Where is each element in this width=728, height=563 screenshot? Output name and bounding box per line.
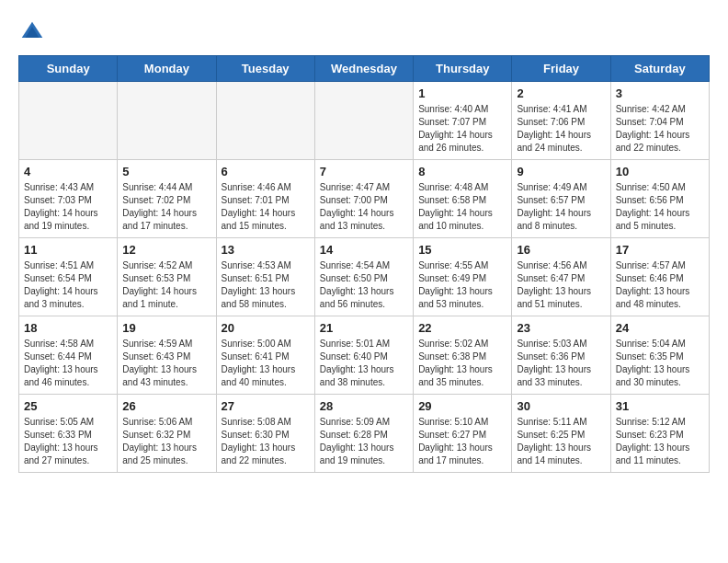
day-number: 19	[122, 321, 210, 335]
weekday-header-tuesday: Tuesday	[216, 56, 314, 82]
calendar-cell: 16Sunrise: 4:56 AM Sunset: 6:47 PM Dayli…	[512, 238, 610, 316]
day-number: 23	[517, 321, 605, 335]
calendar-cell: 20Sunrise: 5:00 AM Sunset: 6:41 PM Dayli…	[216, 316, 314, 395]
calendar-week-3: 11Sunrise: 4:51 AM Sunset: 6:54 PM Dayli…	[19, 238, 710, 316]
page-header	[18, 18, 710, 46]
weekday-header-friday: Friday	[512, 56, 610, 82]
calendar-cell: 28Sunrise: 5:09 AM Sunset: 6:28 PM Dayli…	[314, 395, 413, 473]
calendar-cell	[118, 82, 216, 160]
day-info: Sunrise: 5:05 AM Sunset: 6:33 PM Dayligh…	[24, 416, 112, 467]
day-info: Sunrise: 5:02 AM Sunset: 6:38 PM Dayligh…	[418, 338, 506, 389]
day-info: Sunrise: 4:54 AM Sunset: 6:50 PM Dayligh…	[320, 259, 408, 311]
calendar-cell: 15Sunrise: 4:55 AM Sunset: 6:49 PM Dayli…	[414, 238, 512, 316]
calendar-cell: 10Sunrise: 4:50 AM Sunset: 6:56 PM Dayli…	[610, 160, 709, 238]
day-number: 21	[320, 321, 408, 335]
calendar-cell: 31Sunrise: 5:12 AM Sunset: 6:23 PM Dayli…	[610, 395, 709, 473]
day-number: 15	[418, 243, 506, 257]
weekday-header-saturday: Saturday	[610, 56, 709, 82]
day-number: 31	[616, 399, 704, 413]
logo	[18, 18, 50, 46]
calendar-cell: 9Sunrise: 4:49 AM Sunset: 6:57 PM Daylig…	[512, 160, 610, 238]
day-info: Sunrise: 4:40 AM Sunset: 7:07 PM Dayligh…	[418, 103, 506, 155]
calendar-cell: 8Sunrise: 4:48 AM Sunset: 6:58 PM Daylig…	[414, 160, 512, 238]
calendar-cell: 5Sunrise: 4:44 AM Sunset: 7:02 PM Daylig…	[118, 160, 216, 238]
calendar-week-5: 25Sunrise: 5:05 AM Sunset: 6:33 PM Dayli…	[19, 395, 710, 473]
calendar-cell	[314, 82, 413, 160]
day-info: Sunrise: 4:56 AM Sunset: 6:47 PM Dayligh…	[517, 259, 605, 311]
day-number: 8	[418, 165, 506, 178]
day-info: Sunrise: 4:58 AM Sunset: 6:44 PM Dayligh…	[24, 338, 112, 389]
day-number: 14	[320, 243, 408, 257]
calendar-cell: 18Sunrise: 4:58 AM Sunset: 6:44 PM Dayli…	[19, 316, 118, 395]
day-info: Sunrise: 4:53 AM Sunset: 6:51 PM Dayligh…	[222, 259, 310, 311]
day-number: 26	[122, 399, 210, 413]
day-info: Sunrise: 4:44 AM Sunset: 7:02 PM Dayligh…	[122, 181, 210, 233]
weekday-header-thursday: Thursday	[414, 56, 512, 82]
calendar-cell: 14Sunrise: 4:54 AM Sunset: 6:50 PM Dayli…	[314, 238, 413, 316]
day-number: 22	[418, 321, 506, 335]
calendar-cell: 27Sunrise: 5:08 AM Sunset: 6:30 PM Dayli…	[216, 395, 314, 473]
calendar-cell: 19Sunrise: 4:59 AM Sunset: 6:43 PM Dayli…	[118, 316, 216, 395]
day-info: Sunrise: 5:11 AM Sunset: 6:25 PM Dayligh…	[517, 416, 605, 467]
calendar-cell: 13Sunrise: 4:53 AM Sunset: 6:51 PM Dayli…	[216, 238, 314, 316]
calendar-cell: 7Sunrise: 4:47 AM Sunset: 7:00 PM Daylig…	[314, 160, 413, 238]
calendar-cell: 12Sunrise: 4:52 AM Sunset: 6:53 PM Dayli…	[118, 238, 216, 316]
calendar-cell	[216, 82, 314, 160]
day-info: Sunrise: 4:52 AM Sunset: 6:53 PM Dayligh…	[122, 259, 210, 311]
day-info: Sunrise: 4:51 AM Sunset: 6:54 PM Dayligh…	[24, 259, 112, 311]
calendar-table: SundayMondayTuesdayWednesdayThursdayFrid…	[18, 55, 710, 473]
day-info: Sunrise: 4:47 AM Sunset: 7:00 PM Dayligh…	[320, 181, 408, 233]
calendar-cell: 29Sunrise: 5:10 AM Sunset: 6:27 PM Dayli…	[414, 395, 512, 473]
day-number: 17	[616, 243, 704, 257]
day-number: 12	[122, 243, 210, 257]
day-info: Sunrise: 4:50 AM Sunset: 6:56 PM Dayligh…	[616, 181, 704, 233]
day-number: 3	[616, 86, 704, 100]
day-number: 11	[24, 243, 112, 257]
calendar-week-2: 4Sunrise: 4:43 AM Sunset: 7:03 PM Daylig…	[19, 160, 710, 238]
day-info: Sunrise: 5:12 AM Sunset: 6:23 PM Dayligh…	[616, 416, 704, 467]
day-info: Sunrise: 4:57 AM Sunset: 6:46 PM Dayligh…	[616, 259, 704, 311]
calendar-cell: 26Sunrise: 5:06 AM Sunset: 6:32 PM Dayli…	[118, 395, 216, 473]
day-number: 10	[616, 165, 704, 178]
day-info: Sunrise: 5:09 AM Sunset: 6:28 PM Dayligh…	[320, 416, 408, 467]
day-info: Sunrise: 4:48 AM Sunset: 6:58 PM Dayligh…	[418, 181, 506, 233]
calendar-cell: 3Sunrise: 4:42 AM Sunset: 7:04 PM Daylig…	[610, 82, 709, 160]
day-info: Sunrise: 4:55 AM Sunset: 6:49 PM Dayligh…	[418, 259, 506, 311]
day-number: 1	[418, 86, 506, 100]
day-number: 5	[122, 165, 210, 178]
day-info: Sunrise: 4:46 AM Sunset: 7:01 PM Dayligh…	[222, 181, 310, 233]
calendar-cell: 11Sunrise: 4:51 AM Sunset: 6:54 PM Dayli…	[19, 238, 118, 316]
calendar-cell: 25Sunrise: 5:05 AM Sunset: 6:33 PM Dayli…	[19, 395, 118, 473]
calendar-week-4: 18Sunrise: 4:58 AM Sunset: 6:44 PM Dayli…	[19, 316, 710, 395]
calendar-cell: 24Sunrise: 5:04 AM Sunset: 6:35 PM Dayli…	[610, 316, 709, 395]
day-number: 29	[418, 399, 506, 413]
calendar-cell: 6Sunrise: 4:46 AM Sunset: 7:01 PM Daylig…	[216, 160, 314, 238]
day-info: Sunrise: 4:49 AM Sunset: 6:57 PM Dayligh…	[517, 181, 605, 233]
weekday-header-monday: Monday	[118, 56, 216, 82]
day-info: Sunrise: 5:00 AM Sunset: 6:41 PM Dayligh…	[222, 338, 310, 389]
day-info: Sunrise: 5:06 AM Sunset: 6:32 PM Dayligh…	[122, 416, 210, 467]
day-info: Sunrise: 4:43 AM Sunset: 7:03 PM Dayligh…	[24, 181, 112, 233]
calendar-cell: 21Sunrise: 5:01 AM Sunset: 6:40 PM Dayli…	[314, 316, 413, 395]
calendar-body: 1Sunrise: 4:40 AM Sunset: 7:07 PM Daylig…	[19, 82, 710, 473]
day-number: 7	[320, 165, 408, 178]
logo-icon	[18, 18, 46, 46]
day-number: 18	[24, 321, 112, 335]
weekday-header-row: SundayMondayTuesdayWednesdayThursdayFrid…	[19, 56, 710, 82]
calendar-cell: 1Sunrise: 4:40 AM Sunset: 7:07 PM Daylig…	[414, 82, 512, 160]
day-info: Sunrise: 5:03 AM Sunset: 6:36 PM Dayligh…	[517, 338, 605, 389]
day-number: 13	[222, 243, 310, 257]
calendar-cell: 30Sunrise: 5:11 AM Sunset: 6:25 PM Dayli…	[512, 395, 610, 473]
day-info: Sunrise: 5:04 AM Sunset: 6:35 PM Dayligh…	[616, 338, 704, 389]
calendar-cell	[19, 82, 118, 160]
calendar-cell: 22Sunrise: 5:02 AM Sunset: 6:38 PM Dayli…	[414, 316, 512, 395]
day-number: 16	[517, 243, 605, 257]
weekday-header-wednesday: Wednesday	[314, 56, 413, 82]
day-number: 27	[222, 399, 310, 413]
day-info: Sunrise: 5:10 AM Sunset: 6:27 PM Dayligh…	[418, 416, 506, 467]
calendar-cell: 23Sunrise: 5:03 AM Sunset: 6:36 PM Dayli…	[512, 316, 610, 395]
day-number: 9	[517, 165, 605, 178]
day-number: 28	[320, 399, 408, 413]
calendar-cell: 4Sunrise: 4:43 AM Sunset: 7:03 PM Daylig…	[19, 160, 118, 238]
day-info: Sunrise: 4:42 AM Sunset: 7:04 PM Dayligh…	[616, 103, 704, 155]
